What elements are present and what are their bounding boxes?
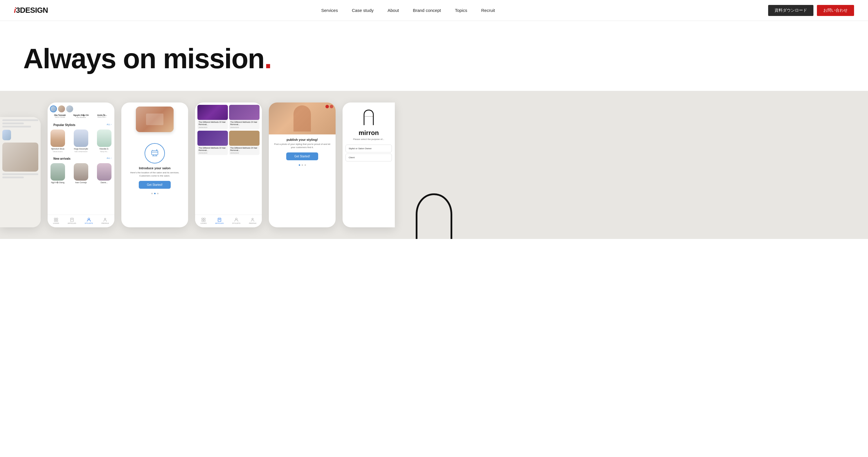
arrivals-list: Ngô Hải Giang Ivan Cornejo Dame... (48, 162, 114, 185)
articles-grid: The Different Methods Of Hair Removal...… (195, 102, 262, 158)
app-card-salon-intro: Introduce your salon Here's the location… (121, 102, 188, 227)
salon-intro-subtitle: Here's the location of the salon and its… (121, 171, 188, 181)
stylist-item: Klavdia D. Yaray Ro... (97, 129, 112, 152)
mirron-arch-container (343, 102, 395, 128)
svg-point-8 (104, 218, 106, 220)
mirron-arch-icon (362, 108, 375, 125)
svg-rect-0 (54, 218, 56, 219)
profile-icon (103, 218, 107, 222)
arrival-item: Dame... (97, 163, 112, 184)
svg-rect-14 (204, 220, 205, 221)
nav-looks: LOOKS (53, 218, 59, 224)
stylists-icon (87, 218, 91, 222)
svg-point-18 (236, 218, 237, 220)
app-bottom-nav-2: LOOKS ARTICLES STYLISTS PROFILE (195, 215, 262, 227)
nav-topics[interactable]: Topics (448, 8, 474, 13)
nav-case-study[interactable]: Case study (345, 8, 380, 13)
salon-get-started-button[interactable]: Get Started! (139, 181, 171, 189)
salon-intro-title: Introduce your salon (121, 166, 188, 171)
nav-stylists-2: STYLISTS (232, 218, 240, 224)
new-arrivals-label: New arrivals (51, 155, 73, 161)
article-item: The Different Methods Of Hair Removal...… (229, 131, 259, 155)
svg-rect-12 (204, 218, 205, 219)
article-item: The Different Methods Of Hair Removal...… (229, 105, 259, 129)
main-nav: Services Case study About Brand concept … (314, 8, 502, 13)
publish-subtitle: Post a photo of your styling that you're… (269, 143, 336, 152)
nav-profile-2: PROFILE (249, 218, 257, 224)
salon-icon (145, 143, 165, 163)
hero-dot: . (264, 43, 272, 74)
carousel-dots (121, 192, 188, 195)
svg-rect-1 (56, 218, 58, 219)
app-card-stylists: Oka Tomoaki Sanne Viscaal Nguyên Diệp Ch… (48, 102, 114, 227)
showcase-arch-overlay (414, 191, 454, 239)
nav-stylists: STYLISTS (85, 218, 93, 224)
hero-section: Always on mission. (0, 21, 868, 239)
app-card-publish: publish your styling! Post a photo of yo… (269, 102, 336, 227)
arrival-item: Ivan Cornejo (74, 163, 88, 184)
showcase-section: Oka Tomoaki Sanne Viscaal Nguyên Diệp Ch… (0, 91, 868, 239)
stylists-list: Njimoluh Ebua Olivia Evans Hugo Assunção… (48, 128, 114, 154)
svg-point-7 (88, 218, 90, 220)
publish-hero-image (269, 102, 336, 134)
nav-looks-2: LOOKS (200, 218, 207, 224)
app-bottom-nav: LOOKS ARTICLES STYLISTS PROFILE (48, 215, 114, 227)
nav-articles-2: ARTICLES (215, 218, 223, 224)
article-item: The Different Methods Of Hair Removal...… (197, 131, 228, 155)
logo[interactable]: i3DESIGN (14, 6, 48, 15)
hero-text-block: Always on mission. (0, 44, 868, 73)
nav-services[interactable]: Services (314, 8, 345, 13)
header-cta-group: 資料ダウンロード お問い合わせ (768, 5, 854, 16)
svg-point-19 (252, 218, 253, 220)
articles-icon (70, 218, 74, 222)
hero-headline: Always on mission. (23, 44, 845, 73)
download-button[interactable]: 資料ダウンロード (768, 5, 813, 16)
svg-rect-3 (56, 220, 58, 221)
mirron-option-salon[interactable]: Stylist or Salon Owner (345, 145, 392, 152)
arrival-item: Ngô Hải Giang (51, 163, 65, 184)
stylist-item: Hugo Assunção Isak Johannsson (74, 129, 88, 152)
mirron-option-client[interactable]: Client (345, 154, 392, 161)
site-header: i3DESIGN Services Case study About Brand… (0, 0, 868, 21)
mirron-brand-name: mirron (343, 128, 395, 138)
stylist-item: Njimoluh Ebua Olivia Evans (51, 129, 65, 152)
mirron-prompt: Please select the purpose of... (343, 138, 395, 144)
article-item: The Different Methods Of Hair Removal...… (197, 105, 228, 129)
nav-profile: PROFILE (102, 218, 109, 224)
svg-rect-9 (152, 151, 158, 155)
publish-carousel-dots (269, 163, 336, 167)
svg-rect-2 (54, 220, 56, 221)
publish-title: publish your styling! (269, 134, 336, 143)
nav-about[interactable]: About (380, 8, 406, 13)
publish-get-started-button[interactable]: Get Started! (286, 152, 318, 160)
svg-rect-11 (202, 218, 203, 219)
app-showcase-strip: Oka Tomoaki Sanne Viscaal Nguyên Diệp Ch… (0, 91, 868, 239)
nav-brand-concept[interactable]: Brand concept (406, 8, 448, 13)
nav-recruit[interactable]: Recruit (474, 8, 502, 13)
popular-stylists-label: Popular Stylists (51, 122, 79, 127)
looks-icon (54, 218, 58, 222)
nav-articles: ARTICLES (68, 218, 76, 224)
app-card-partial-left (0, 117, 41, 227)
app-card-articles: The Different Methods Of Hair Removal...… (195, 102, 262, 227)
app-card-mirron: mirron Please select the purpose of... S… (343, 102, 395, 227)
logo-text: i3DESIGN (14, 6, 48, 15)
svg-rect-13 (202, 220, 203, 221)
contact-button[interactable]: お問い合わせ (817, 5, 854, 16)
